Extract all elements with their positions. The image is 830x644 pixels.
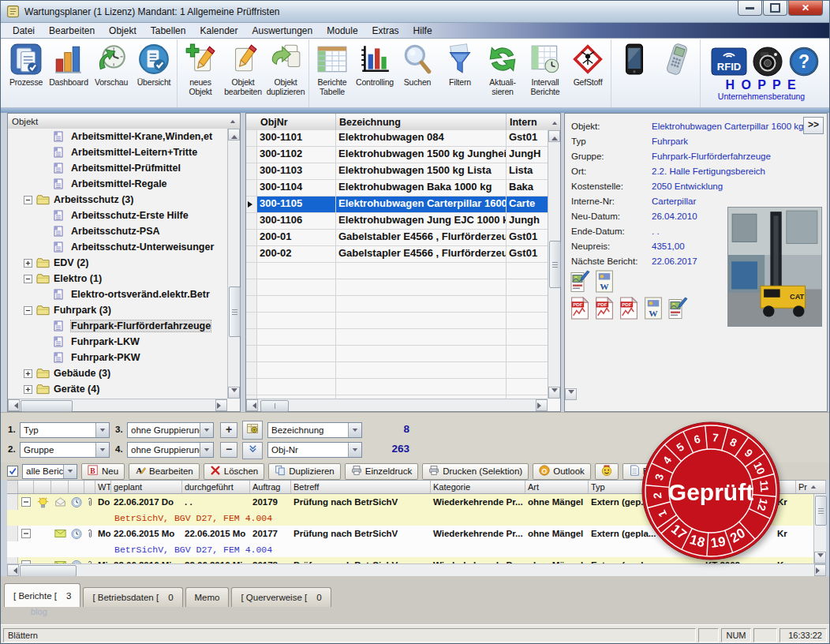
prozesse-button[interactable]: Prozesse [5,40,47,87]
column-header-wt[interactable]: WT [95,481,111,493]
objekt-duplizieren-button[interactable]: Objektduplizieren [264,40,307,96]
expand-detail-button[interactable]: >> [803,117,824,134]
smiley-button[interactable] [595,463,619,480]
scroll-left-icon[interactable] [8,399,20,411]
tree-column-header[interactable]: Objekt [8,114,240,129]
tab-memo[interactable]: Memo [185,587,230,607]
intervall-berichte-button[interactable]: IntervallBerichte [524,40,566,96]
tree-item-arbeitsmittel-krane-winden-et[interactable]: Arbeitsmittel-Krane,Winden,et [8,129,227,144]
close-button[interactable]: ✕ [788,1,823,16]
filtern-button[interactable]: Filtern [439,40,481,87]
smartphone-button[interactable] [613,40,656,76]
scrollbar-thumb[interactable] [229,286,241,337]
bearbeiten-button[interactable]: ABearbeiten [129,463,200,480]
tree-item-arbeitsschutz-psa[interactable]: Arbeitsschutz-PSA [8,223,227,239]
neues-objekt-button[interactable]: neuesObjekt [179,40,222,96]
chevron-down-icon[interactable] [63,465,77,478]
tab-betriebsdaten[interactable]: [ Betriebsdaten [0 [83,587,182,607]
scroll-down-icon[interactable] [814,552,826,564]
group-field-2-combo[interactable]: Gruppe [20,442,110,458]
expand-grouping-button[interactable] [242,442,263,459]
scroll-down-icon[interactable] [228,387,240,399]
berichte-tabelle-button[interactable]: BerichteTabelle [311,40,353,96]
neu-button[interactable]: BNeu [81,463,125,480]
filter-checkbox[interactable] [7,466,18,477]
tree-item-edv-2[interactable]: EDV (2) [8,255,227,271]
sort-field-2-combo[interactable]: Obj-Nr [267,442,362,458]
object-row-200-01[interactable]: 200-01Gabelstabler E4566 , Flurförderzeu… [246,230,548,246]
plus-box-icon[interactable] [24,259,32,268]
word-doc-icon[interactable]: W [643,297,664,320]
tree-item-arbeitsschutz-erste-hilfe[interactable]: Arbeitsschutz-Erste Hilfe [8,208,227,223]
outlook-button[interactable]: OOutlook [533,463,591,480]
scroll-up-icon[interactable] [228,129,240,140]
object-row-300-1103[interactable]: 300-1103Elektrohubwagen 1500 kg ListaLis… [246,163,548,180]
drucken-selektion-button[interactable]: Drucken (Selektion) [422,463,529,480]
group-field-4-combo[interactable]: ohne Gruppierung [127,442,214,458]
maximize-button[interactable] [763,1,787,16]
scroll-right-icon[interactable] [215,399,227,411]
column-header-durchgeführt[interactable]: durchgeführt [182,481,250,493]
minus-box-icon[interactable] [24,275,32,283]
hilfe-button[interactable]: ? [787,43,821,77]
image-doc-icon[interactable] [570,270,590,293]
column-header-kategorie[interactable]: Kategorie [431,481,525,493]
tree-item-fuhrpark-flurförderfahrzeuge[interactable]: Fuhrpark-Flurförderfahrzeuge [8,318,227,334]
menu-hilfe[interactable]: Hilfe [406,24,439,38]
tree-item-geräte-4[interactable]: Geräte (4) [8,381,227,397]
chevron-down-icon[interactable] [95,423,109,437]
object-row-300-1104[interactable]: 300-1104Elektrohubwagen Baka 1000 kgBaka [246,180,548,197]
group-field-1-combo[interactable]: Typ [20,422,110,438]
column-header-icon[interactable] [51,481,69,493]
chevron-down-icon[interactable] [348,443,361,457]
tree-item-gebäude-3[interactable]: Gebäude (3) [8,365,227,381]
pdf-icon[interactable]: PDF [570,297,590,320]
column-header-icon[interactable] [18,481,34,493]
rfid-button[interactable]: RFID [710,43,748,77]
tree-item-elektro-1[interactable]: Elektro (1) [8,271,227,286]
controlling-button[interactable]: Controlling [353,40,396,87]
scroll-down-icon[interactable] [548,387,560,399]
scrollbar-thumb[interactable] [20,565,77,577]
remove-grouping-button[interactable]: − [220,442,237,458]
column-header-bezeichnung[interactable]: Bezeichnung [336,114,507,130]
scrollbar-thumb[interactable] [260,400,289,412]
object-row-300-1102[interactable]: 300-1102Elektrohubwagen 1500 kg JungheiJ… [246,147,548,163]
object-row-300-1105[interactable]: 300-1105Elektrohubwagen Carterpillar 160… [246,197,548,213]
minimize-button[interactable] [738,1,762,16]
tree-item-arbeitsschutz-unterweisunger[interactable]: Arbeitsschutz-Unterweisunger [8,239,227,255]
minus-box-icon[interactable] [24,306,32,315]
menu-kalender[interactable]: Kalender [193,24,245,38]
einzeldruck-button[interactable]: Einzeldruck [345,463,418,480]
menu-objekt[interactable]: Objekt [102,24,144,38]
scrollbar-thumb[interactable] [549,241,561,288]
reports-vertical-scrollbar[interactable] [813,494,826,564]
object-table-header[interactable]: ObjNrBezeichnungIntern [246,114,560,131]
pdf-icon[interactable]: PDF [594,297,615,320]
chevron-down-icon[interactable] [200,423,213,437]
scroll-right-icon[interactable] [814,564,826,576]
scrollbar-thumb[interactable] [21,400,73,412]
column-header-geplant[interactable]: geplant [111,481,182,493]
column-header-auftrag[interactable]: Auftrag [250,481,291,493]
column-header-art[interactable]: Art [525,481,589,493]
column-header-objnr[interactable]: ObjNr [257,114,336,130]
menu-auswertungen[interactable]: Auswertungen [245,24,320,38]
column-header-icon[interactable] [84,481,95,493]
column-header-icon[interactable] [7,481,18,493]
handheld-button[interactable] [656,40,698,76]
report-filter-combo[interactable]: alle Berich [22,464,77,479]
scroll-left-icon[interactable] [246,399,258,411]
column-header-icon[interactable] [34,481,51,493]
tree-item-elektro-ortsveränd-elektr-betr[interactable]: Elektro-ortsveränd.elektr.Betr [8,286,227,302]
kamera-button[interactable] [751,43,784,77]
column-header-pr[interactable]: Pr [796,481,826,493]
add-grouping-button[interactable]: + [220,422,237,438]
aktualisieren-button[interactable]: Aktuali-sieren [481,40,524,96]
chevron-down-icon[interactable] [95,443,109,457]
pdf-icon[interactable]: PDF [619,297,639,320]
object-table-vertical-scrollbar[interactable] [548,130,560,399]
menu-datei[interactable]: Datei [6,24,42,38]
gefstoff-button[interactable]: GefStoff [566,40,609,87]
chevron-down-icon[interactable] [348,423,361,437]
